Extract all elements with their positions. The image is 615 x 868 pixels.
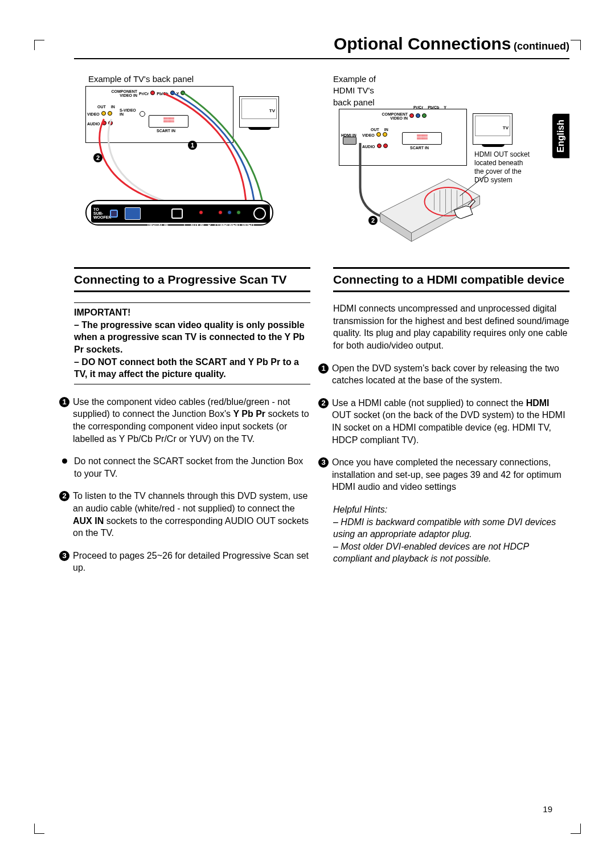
step1-text-b: Y Pb Pr (233, 409, 265, 419)
jb-digital-port (153, 210, 158, 215)
jb-comp-pr (218, 210, 223, 215)
callout-2-r: 2 (368, 216, 378, 225)
page-title-continued: (continued) (514, 40, 569, 52)
page-title: Optional Connections (334, 34, 511, 53)
jb-label-aux: L—AUX IN—R (184, 223, 211, 227)
hints-heading: Helpful Hints: (333, 503, 569, 516)
r-step2-text-b: HDMI (526, 398, 550, 408)
important-box: IMPORTANT! – The progressive scan video … (74, 302, 310, 384)
jb-aux-l (190, 210, 194, 215)
important-heading: IMPORTANT! (74, 308, 130, 317)
hint-1: – HDMI is backward compatible with some … (333, 516, 569, 541)
important-p2: – DO NOT connect both the SCART and Y Pb… (74, 357, 299, 379)
jb-comp-y (236, 210, 241, 215)
step-number-1-r: 1 (318, 363, 329, 374)
hint-2: – Most older DVI-enabled devices are not… (333, 541, 569, 565)
bullet-icon (62, 458, 67, 464)
left-step-1: 1 Use the component video cables (red/bl… (59, 396, 310, 445)
step-number-3: 3 (59, 551, 69, 561)
step-number-3-r: 3 (318, 457, 329, 468)
left-diagram: Example of TV's back panel COMPONENT VID… (74, 73, 310, 250)
left-step-2: 2 To listen to the TV channels through t… (59, 490, 310, 539)
hints-block: Helpful Hints: – HDMI is backward compat… (333, 503, 569, 565)
left-section-title: Connecting to a Progressive Scan TV (74, 267, 310, 292)
jb-comp-pb (227, 210, 232, 215)
left-column: Example of TV's back panel COMPONENT VID… (74, 73, 310, 584)
jb-vga-port (125, 207, 141, 220)
jb-round-port (253, 207, 266, 220)
page-number: 19 (543, 804, 552, 814)
jb-label-sub: TO SUB-WOOFER (93, 207, 109, 219)
r-step1-text: Open the DVD system's back cover by rele… (332, 362, 569, 387)
left-step-3: 3 Proceed to pages 25~26 for detailed Pr… (59, 550, 310, 574)
right-step-2: 2 Use a HDMI cable (not supplied) to con… (318, 397, 569, 446)
right-section-title: Connecting to a HDMI compatible device (333, 267, 569, 292)
r-step3-text: Once you have completed the necessary co… (332, 456, 569, 493)
jb-aux-r (199, 210, 203, 215)
jb-label-digital: DIGITAL IN (147, 223, 168, 227)
jb-label-comp: COMPONENT VIDEO (215, 223, 254, 227)
step3-text: Proceed to pages 25~26 for detailed Prog… (73, 550, 310, 574)
crop-mark (571, 824, 581, 834)
crop-mark (571, 40, 581, 50)
page-header: Optional Connections (continued) (74, 34, 569, 59)
r-step2-text-c: OUT socket (on the back of the DVD syste… (332, 410, 565, 444)
step2-text-a: To listen to the TV channels through thi… (73, 491, 308, 513)
step-number-2-r: 2 (318, 398, 329, 408)
step-number-1: 1 (59, 397, 69, 407)
step2-text-c: sockets to the corresponding AUDIO OUT s… (73, 516, 309, 538)
important-p1: – The progressive scan video quality is … (74, 320, 305, 354)
right-cable-diagram (333, 73, 569, 250)
left-bullet-1: Do not connect the SCART socket from the… (59, 455, 310, 480)
right-intro: HDMI connects uncompressed and unprocess… (333, 302, 569, 351)
junction-box: TO SUB-WOOFER DIGITAL IN L—AUX IN—R COMP… (85, 200, 273, 226)
bullet1-text: Do not connect the SCART socket from the… (74, 455, 310, 480)
jb-misc-port (171, 208, 183, 219)
right-step-1: 1 Open the DVD system's back cover by re… (318, 362, 569, 387)
right-step-3: 3 Once you have completed the necessary … (318, 456, 569, 493)
crop-mark (34, 40, 44, 50)
right-diagram: Example of HDMI TV's back panel COMPONEN… (333, 73, 569, 250)
step-number-2: 2 (59, 491, 69, 501)
step2-text-b: AUX IN (73, 516, 104, 526)
right-column: Example of HDMI TV's back panel COMPONEN… (333, 73, 569, 584)
r-step2-text-a: Use a HDMI cable (not supplied) to conne… (332, 398, 526, 408)
crop-mark (34, 824, 44, 834)
jb-sub-port (110, 210, 118, 218)
